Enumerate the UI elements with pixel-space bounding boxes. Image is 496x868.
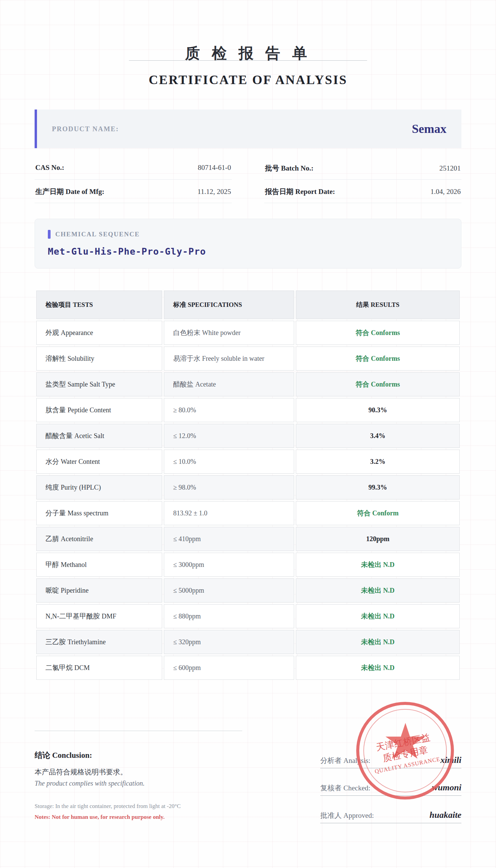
spec-cell: ≤ 410ppm xyxy=(164,527,294,551)
result-cell: 99.3% xyxy=(296,476,460,499)
test-cell: 水分 Water Content xyxy=(36,450,162,474)
test-cell: 纯度 Purity (HPLC) xyxy=(36,476,162,499)
chemical-sequence-card: CHEMICAL SEQUENCE Met-Glu-His-Phe-Pro-Gl… xyxy=(35,219,461,269)
approved-signature-row: 批准人 Approved: huakaite xyxy=(320,810,461,823)
result-cell: 120ppm xyxy=(296,527,460,551)
specifications-column-header: 标准 SPECIFICATIONS xyxy=(164,291,294,319)
checked-signature: wumoni xyxy=(432,783,461,793)
batch-label: 批号 Batch No.: xyxy=(265,163,313,173)
test-cell: 外观 Appearance xyxy=(36,321,162,345)
storage-note: Storage: In the air tight container, pro… xyxy=(35,803,242,810)
result-cell: 符合 Conforms xyxy=(296,372,460,396)
result-cell: 未检出 N.D xyxy=(296,578,460,602)
table-row: 分子量 Mass spectrum 813.92 ± 1.0 符合 Confor… xyxy=(36,501,460,525)
result-cell: 未检出 N.D xyxy=(296,656,460,680)
product-name-band: PRODUCT NAME: Semax xyxy=(35,110,461,148)
report-date-value: 1.04, 2026 xyxy=(431,188,461,196)
product-name-value: Semax xyxy=(412,122,447,136)
result-cell: 符合 Conform xyxy=(296,501,460,525)
certificate-page: 质 检 报 告 单 CERTIFICATE OF ANALYSIS PRODUC… xyxy=(35,0,461,868)
chemical-sequence-value: Met-Glu-His-Phe-Pro-Gly-Pro xyxy=(48,246,448,257)
result-cell: 未检出 N.D xyxy=(296,630,460,654)
batch-value: 251201 xyxy=(439,164,461,173)
mfg-date-label: 生产日期 Date of Mfg: xyxy=(35,187,105,196)
table-row: 醋酸含量 Acetic Salt ≤ 12.0% 3.4% xyxy=(36,424,460,448)
spec-cell: 白色粉末 White powder xyxy=(164,321,294,345)
analysis-signature-row: 分析者 Analysis: ximili xyxy=(320,755,461,768)
test-cell: 三乙胺 Triethylamine xyxy=(36,630,162,654)
research-use-warning: Notes: Not for human use, for research p… xyxy=(35,814,242,821)
table-row: 纯度 Purity (HPLC) ≥ 98.0% 99.3% xyxy=(36,476,460,499)
spec-cell: ≤ 600ppm xyxy=(164,656,294,680)
approved-signature: huakaite xyxy=(430,810,461,820)
checked-label: 复核者 Checked: xyxy=(320,783,371,793)
table-row: 水分 Water Content ≤ 10.0% 3.2% xyxy=(36,450,460,474)
result-cell: 3.4% xyxy=(296,424,460,448)
conclusion-text-en: The product complies with specification. xyxy=(35,779,242,787)
signatures-column: 分析者 Analysis: ximili 复核者 Checked: wumoni… xyxy=(320,731,461,837)
analysis-table: 检验项目 TESTS 标准 SPECIFICATIONS 结果 RESULTS … xyxy=(35,289,461,681)
test-cell: 醋酸含量 Acetic Salt xyxy=(36,424,162,448)
table-row: 甲醇 Methanol ≤ 3000ppm 未检出 N.D xyxy=(36,553,460,577)
conclusion-column: 结论 Conclusion: 本产品符合规格说明书要求。 The product… xyxy=(35,731,242,837)
page-title-en: CERTIFICATE OF ANALYSIS xyxy=(35,72,461,87)
results-column-header: 结果 RESULTS xyxy=(296,291,460,319)
spec-cell: ≥ 98.0% xyxy=(164,476,294,499)
result-cell: 未检出 N.D xyxy=(296,553,460,577)
chemical-sequence-header: CHEMICAL SEQUENCE xyxy=(48,230,448,239)
spec-cell: 易溶于水 Freely soluble in water xyxy=(164,347,294,371)
conclusion-section: 结论 Conclusion: 本产品符合规格说明书要求。 The product… xyxy=(35,731,461,837)
test-cell: 肽含量 Peptide Content xyxy=(36,398,162,422)
spec-cell: ≤ 12.0% xyxy=(164,424,294,448)
test-cell: 分子量 Mass spectrum xyxy=(36,501,162,525)
approved-label: 批准人 Approved: xyxy=(320,811,374,820)
analysis-signature: ximili xyxy=(440,755,461,765)
chemical-sequence-label: CHEMICAL SEQUENCE xyxy=(55,230,140,238)
table-row: 肽含量 Peptide Content ≥ 80.0% 90.3% xyxy=(36,398,460,422)
test-cell: 甲醇 Methanol xyxy=(36,553,162,577)
analysis-label: 分析者 Analysis: xyxy=(320,756,371,765)
mfg-date-value: 11.12, 2025 xyxy=(198,188,231,196)
table-row: 二氯甲烷 DCM ≤ 600ppm 未检出 N.D xyxy=(36,656,460,680)
conclusion-heading: 结论 Conclusion: xyxy=(35,750,242,760)
table-row: 三乙胺 Triethylamine ≤ 320ppm 未检出 N.D xyxy=(36,630,460,654)
spec-cell: ≤ 3000ppm xyxy=(164,553,294,577)
test-cell: 乙腈 Acetonitrile xyxy=(36,527,162,551)
conclusion-divider xyxy=(35,731,242,731)
table-row: 外观 Appearance 白色粉末 White powder 符合 Confo… xyxy=(36,321,460,345)
report-date-row: 报告日期 Report Date: 1.04, 2026 xyxy=(264,180,461,203)
table-header-row: 检验项目 TESTS 标准 SPECIFICATIONS 结果 RESULTS xyxy=(36,291,460,319)
accent-bar xyxy=(48,230,50,239)
cas-label: CAS No.: xyxy=(35,163,64,172)
test-cell: 二氯甲烷 DCM xyxy=(36,656,162,680)
test-cell: 溶解性 Solubility xyxy=(36,347,162,371)
batch-row: 批号 Batch No.: 251201 xyxy=(264,156,461,180)
table-row: 乙腈 Acetonitrile ≤ 410ppm 120ppm xyxy=(36,527,460,551)
report-date-label: 报告日期 Report Date: xyxy=(265,187,335,196)
test-cell: 盐类型 Sample Salt Type xyxy=(36,372,162,396)
result-cell: 3.2% xyxy=(296,450,460,474)
batch-info-grid: CAS No.: 80714-61-0 批号 Batch No.: 251201… xyxy=(35,156,461,203)
spec-cell: ≤ 880ppm xyxy=(164,604,294,628)
cas-value: 80714-61-0 xyxy=(198,163,231,172)
result-cell: 符合 Conforms xyxy=(296,347,460,371)
test-cell: N,N-二甲基甲酰胺 DMF xyxy=(36,604,162,628)
spec-cell: ≤ 5000ppm xyxy=(164,578,294,602)
spec-cell: ≤ 10.0% xyxy=(164,450,294,474)
result-cell: 90.3% xyxy=(296,398,460,422)
page-title-cn: 质 检 报 告 单 xyxy=(35,44,461,63)
result-cell: 符合 Conforms xyxy=(296,321,460,345)
result-cell: 未检出 N.D xyxy=(296,604,460,628)
table-row: 盐类型 Sample Salt Type 醋酸盐 Acetate 符合 Conf… xyxy=(36,372,460,396)
checked-signature-row: 复核者 Checked: wumoni xyxy=(320,783,461,796)
table-row: 溶解性 Solubility 易溶于水 Freely soluble in wa… xyxy=(36,347,460,371)
test-cell: 哌啶 Piperidine xyxy=(36,578,162,602)
cas-row: CAS No.: 80714-61-0 xyxy=(35,156,232,180)
table-row: 哌啶 Piperidine ≤ 5000ppm 未检出 N.D xyxy=(36,578,460,602)
product-name-label: PRODUCT NAME: xyxy=(52,125,119,133)
conclusion-text-cn: 本产品符合规格说明书要求。 xyxy=(35,767,242,777)
spec-cell: ≥ 80.0% xyxy=(164,398,294,422)
table-row: N,N-二甲基甲酰胺 DMF ≤ 880ppm 未检出 N.D xyxy=(36,604,460,628)
document-header: 质 检 报 告 单 xyxy=(35,44,461,63)
spec-cell: ≤ 320ppm xyxy=(164,630,294,654)
